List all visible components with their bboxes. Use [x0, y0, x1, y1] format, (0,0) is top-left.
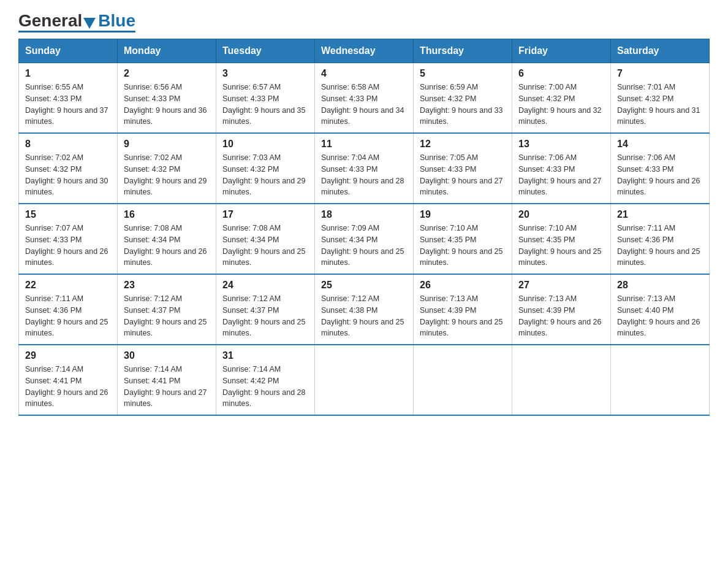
day-info: Sunrise: 7:11 AMSunset: 4:36 PMDaylight:…	[25, 294, 108, 337]
calendar-table: SundayMondayTuesdayWednesdayThursdayFrid…	[18, 39, 710, 416]
day-number: 8	[25, 139, 111, 150]
day-number: 18	[321, 209, 407, 220]
day-info: Sunrise: 6:58 AMSunset: 4:33 PMDaylight:…	[321, 83, 404, 126]
calendar-cell: 9 Sunrise: 7:02 AMSunset: 4:32 PMDayligh…	[118, 133, 216, 204]
calendar-week-row: 8 Sunrise: 7:02 AMSunset: 4:32 PMDayligh…	[19, 133, 710, 204]
logo-general-text: General	[18, 12, 82, 29]
calendar-cell: 6 Sunrise: 7:00 AMSunset: 4:32 PMDayligh…	[512, 63, 611, 134]
day-number: 4	[321, 68, 407, 79]
day-number: 12	[420, 139, 506, 150]
calendar-cell	[414, 345, 512, 415]
day-number: 17	[222, 209, 308, 220]
day-info: Sunrise: 7:11 AMSunset: 4:36 PMDaylight:…	[617, 224, 700, 267]
calendar-cell	[512, 345, 611, 415]
day-number: 16	[124, 209, 210, 220]
day-number: 10	[222, 139, 308, 150]
day-info: Sunrise: 6:57 AMSunset: 4:33 PMDaylight:…	[222, 83, 306, 126]
day-number: 6	[518, 68, 604, 79]
day-info: Sunrise: 7:10 AMSunset: 4:35 PMDaylight:…	[518, 224, 602, 267]
calendar-cell: 17 Sunrise: 7:08 AMSunset: 4:34 PMDaylig…	[216, 204, 315, 274]
day-info: Sunrise: 7:07 AMSunset: 4:33 PMDaylight:…	[25, 224, 108, 267]
day-number: 19	[420, 209, 506, 220]
calendar-cell: 3 Sunrise: 6:57 AMSunset: 4:33 PMDayligh…	[216, 63, 315, 134]
logo-triangle-icon	[83, 18, 96, 29]
day-info: Sunrise: 7:06 AMSunset: 4:33 PMDaylight:…	[518, 153, 602, 196]
logo-blue-text: Blue	[98, 12, 135, 29]
day-number: 29	[25, 350, 111, 361]
day-number: 2	[124, 68, 210, 79]
day-number: 7	[617, 68, 703, 79]
calendar-cell: 20 Sunrise: 7:10 AMSunset: 4:35 PMDaylig…	[512, 204, 611, 274]
day-number: 5	[420, 68, 506, 79]
calendar-header-sunday: Sunday	[19, 39, 118, 63]
calendar-cell: 1 Sunrise: 6:55 AMSunset: 4:33 PMDayligh…	[19, 63, 118, 134]
calendar-cell: 11 Sunrise: 7:04 AMSunset: 4:33 PMDaylig…	[315, 133, 414, 204]
calendar-cell: 15 Sunrise: 7:07 AMSunset: 4:33 PMDaylig…	[19, 204, 118, 274]
day-info: Sunrise: 7:14 AMSunset: 4:42 PMDaylight:…	[222, 365, 306, 408]
day-number: 28	[617, 280, 703, 291]
calendar-cell: 4 Sunrise: 6:58 AMSunset: 4:33 PMDayligh…	[315, 63, 414, 134]
day-number: 31	[222, 350, 308, 361]
day-number: 1	[25, 68, 111, 79]
calendar-cell: 21 Sunrise: 7:11 AMSunset: 4:36 PMDaylig…	[611, 204, 710, 274]
day-number: 13	[518, 139, 604, 150]
calendar-cell: 2 Sunrise: 6:56 AMSunset: 4:33 PMDayligh…	[118, 63, 216, 134]
day-number: 11	[321, 139, 407, 150]
calendar-cell: 10 Sunrise: 7:03 AMSunset: 4:32 PMDaylig…	[216, 133, 315, 204]
day-info: Sunrise: 6:56 AMSunset: 4:33 PMDaylight:…	[124, 83, 207, 126]
calendar-cell: 8 Sunrise: 7:02 AMSunset: 4:32 PMDayligh…	[19, 133, 118, 204]
day-info: Sunrise: 7:10 AMSunset: 4:35 PMDaylight:…	[420, 224, 503, 267]
calendar-cell	[611, 345, 710, 415]
day-number: 30	[124, 350, 210, 361]
day-number: 24	[222, 280, 308, 291]
day-info: Sunrise: 7:05 AMSunset: 4:33 PMDaylight:…	[420, 153, 503, 196]
calendar-cell: 31 Sunrise: 7:14 AMSunset: 4:42 PMDaylig…	[216, 345, 315, 415]
calendar-cell: 19 Sunrise: 7:10 AMSunset: 4:35 PMDaylig…	[414, 204, 512, 274]
day-info: Sunrise: 7:12 AMSunset: 4:38 PMDaylight:…	[321, 294, 404, 337]
day-info: Sunrise: 6:55 AMSunset: 4:33 PMDaylight:…	[25, 83, 108, 126]
day-info: Sunrise: 7:04 AMSunset: 4:33 PMDaylight:…	[321, 153, 404, 196]
day-info: Sunrise: 7:08 AMSunset: 4:34 PMDaylight:…	[222, 224, 306, 267]
day-info: Sunrise: 7:02 AMSunset: 4:32 PMDaylight:…	[25, 153, 108, 196]
calendar-header-wednesday: Wednesday	[315, 39, 414, 63]
day-number: 3	[222, 68, 308, 79]
day-number: 26	[420, 280, 506, 291]
calendar-cell: 30 Sunrise: 7:14 AMSunset: 4:41 PMDaylig…	[118, 345, 216, 415]
calendar-week-row: 29 Sunrise: 7:14 AMSunset: 4:41 PMDaylig…	[19, 345, 710, 415]
calendar-cell: 13 Sunrise: 7:06 AMSunset: 4:33 PMDaylig…	[512, 133, 611, 204]
calendar-cell: 5 Sunrise: 6:59 AMSunset: 4:32 PMDayligh…	[414, 63, 512, 134]
day-info: Sunrise: 7:13 AMSunset: 4:39 PMDaylight:…	[518, 294, 602, 337]
calendar-header-monday: Monday	[118, 39, 216, 63]
day-number: 23	[124, 280, 210, 291]
header: General Blue	[18, 12, 710, 33]
day-info: Sunrise: 7:12 AMSunset: 4:37 PMDaylight:…	[124, 294, 207, 337]
calendar-header-thursday: Thursday	[414, 39, 512, 63]
calendar-cell: 7 Sunrise: 7:01 AMSunset: 4:32 PMDayligh…	[611, 63, 710, 134]
day-info: Sunrise: 7:14 AMSunset: 4:41 PMDaylight:…	[124, 365, 207, 408]
day-info: Sunrise: 7:13 AMSunset: 4:39 PMDaylight:…	[420, 294, 503, 337]
day-number: 15	[25, 209, 111, 220]
calendar-week-row: 15 Sunrise: 7:07 AMSunset: 4:33 PMDaylig…	[19, 204, 710, 274]
day-number: 20	[518, 209, 604, 220]
calendar-header-friday: Friday	[512, 39, 611, 63]
calendar-cell: 16 Sunrise: 7:08 AMSunset: 4:34 PMDaylig…	[118, 204, 216, 274]
logo: General Blue	[18, 12, 135, 33]
calendar-cell: 22 Sunrise: 7:11 AMSunset: 4:36 PMDaylig…	[19, 274, 118, 345]
day-number: 21	[617, 209, 703, 220]
day-info: Sunrise: 7:00 AMSunset: 4:32 PMDaylight:…	[518, 83, 602, 126]
calendar-cell: 25 Sunrise: 7:12 AMSunset: 4:38 PMDaylig…	[315, 274, 414, 345]
calendar-header-row: SundayMondayTuesdayWednesdayThursdayFrid…	[19, 39, 710, 63]
calendar-cell: 14 Sunrise: 7:06 AMSunset: 4:33 PMDaylig…	[611, 133, 710, 204]
calendar-cell: 26 Sunrise: 7:13 AMSunset: 4:39 PMDaylig…	[414, 274, 512, 345]
day-number: 22	[25, 280, 111, 291]
calendar-header-saturday: Saturday	[611, 39, 710, 63]
calendar-week-row: 1 Sunrise: 6:55 AMSunset: 4:33 PMDayligh…	[19, 63, 710, 134]
day-number: 27	[518, 280, 604, 291]
calendar-cell	[315, 345, 414, 415]
calendar-header-tuesday: Tuesday	[216, 39, 315, 63]
logo-underline	[18, 31, 135, 33]
calendar-cell: 29 Sunrise: 7:14 AMSunset: 4:41 PMDaylig…	[19, 345, 118, 415]
calendar-cell: 24 Sunrise: 7:12 AMSunset: 4:37 PMDaylig…	[216, 274, 315, 345]
day-number: 9	[124, 139, 210, 150]
day-info: Sunrise: 7:03 AMSunset: 4:32 PMDaylight:…	[222, 153, 306, 196]
